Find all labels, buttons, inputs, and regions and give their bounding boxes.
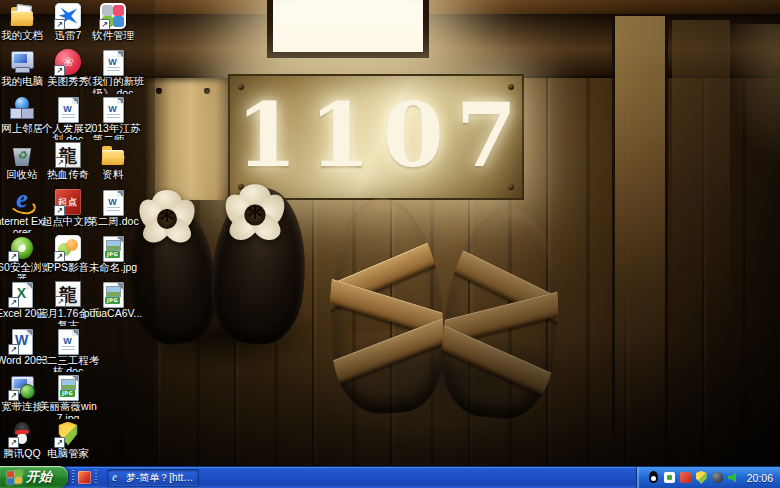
xp-desktop-screen: 1107 我的文档我的电脑网上邻居回收站Internet Explorer360… — [0, 0, 780, 488]
shortcut-arrow-icon — [54, 65, 65, 76]
taskbar: 开始 梦-简单？[http:... 20:06 — [0, 466, 780, 488]
task-button-browser-window[interactable]: 梦-简单？[http:... — [107, 469, 199, 487]
icon-column-3: 软件管理《我们的新班级》.doc2013年江苏第二师...资料第二周.doc未命… — [81, 1, 145, 326]
system-tray: 20:06 — [636, 467, 780, 488]
shortcut-arrow-icon — [54, 437, 65, 448]
my-documents-icon — [9, 3, 35, 29]
internet-explorer-icon — [9, 189, 35, 215]
desktop-icon-label: 第二周.doc — [87, 216, 138, 228]
shortcut-arrow-icon — [8, 297, 19, 308]
shortcut-arrow-icon — [55, 157, 66, 168]
shortcut-arrow-icon — [54, 205, 65, 216]
task-button-label: 梦-简单？[http:... — [126, 471, 194, 485]
software-manager-icon — [100, 3, 126, 29]
pps-player-icon — [55, 235, 81, 261]
word-doc-icon — [100, 49, 126, 75]
start-button[interactable]: 开始 — [0, 466, 68, 488]
my-computer-icon — [9, 49, 35, 75]
shortcut-arrow-icon — [8, 437, 19, 448]
desktop-icon-label: 资料 — [103, 169, 124, 181]
shortcut-arrow-icon — [8, 251, 19, 262]
quick-launch-area — [78, 471, 91, 484]
shortcut-arrow-icon — [8, 344, 19, 355]
legend-of-mir-icon — [55, 281, 81, 307]
desktop-icon[interactable]: 软件管理 — [81, 1, 145, 47]
word-icon — [9, 328, 35, 354]
jpg-file-icon — [100, 235, 126, 261]
taskbar-separator — [95, 470, 97, 485]
tencent-qq-icon — [9, 421, 35, 447]
desktop-icon-label: 2013年江苏第二师... — [81, 123, 145, 140]
qq-tray-icon[interactable] — [647, 471, 660, 484]
pc-manager-icon — [55, 421, 81, 447]
desktop-icon[interactable]: 一二三工程考核.doc — [36, 326, 100, 372]
desktop-icon[interactable]: 资料 — [81, 140, 145, 186]
desktop-icon-label: 美丽蔷薇win7.jpg — [36, 401, 100, 418]
taskbar-separator — [72, 470, 74, 485]
internet-explorer-icon — [112, 471, 123, 484]
red-app-tray-icon[interactable] — [679, 471, 692, 484]
legend-of-mir-icon — [55, 142, 81, 168]
desktop-icon-label: 软件管理 — [92, 30, 134, 42]
desktop-icon[interactable]: 未命名.jpg — [81, 233, 145, 279]
word-doc-icon — [55, 328, 81, 354]
desktop-icon-label: 迅雷7 — [55, 30, 82, 42]
desktop-icon-label: 回收站 — [6, 169, 38, 181]
shortcut-arrow-icon — [54, 19, 65, 30]
thunder-7-icon — [55, 3, 81, 29]
round-app-tray-icon[interactable] — [711, 471, 724, 484]
jpg-file-icon — [100, 281, 126, 307]
shortcut-arrow-icon — [55, 296, 66, 307]
white-flower-decoration — [136, 190, 198, 248]
volume-tray-icon[interactable] — [727, 471, 740, 484]
desktop-icon[interactable]: 2013年江苏第二师... — [81, 94, 145, 140]
folder-icon — [100, 142, 126, 168]
white-flower-decoration — [222, 184, 288, 245]
tray-icons — [647, 471, 740, 484]
meitu-icon — [55, 49, 81, 75]
desktop-icon-label: 《我们的新班级》.doc — [81, 76, 145, 93]
recycle-bin-icon — [9, 142, 35, 168]
qidian-icon — [55, 189, 81, 215]
desktop-icon[interactable]: 电脑管家 — [36, 419, 100, 465]
taskbar-clock[interactable]: 20:06 — [747, 467, 773, 488]
shield-tray-icon[interactable] — [695, 471, 708, 484]
desktop-icon[interactable]: 《我们的新班级》.doc — [81, 47, 145, 93]
desktop-icon-label: 一二三工程考核.doc — [36, 355, 100, 372]
start-label: 开始 — [26, 466, 52, 488]
excel-icon — [9, 281, 35, 307]
green-app-tray-icon[interactable] — [663, 471, 676, 484]
word-doc-icon — [100, 96, 126, 122]
desktop-wallpaper: 1107 我的文档我的电脑网上邻居回收站Internet Explorer360… — [0, 0, 780, 466]
network-places-icon — [9, 96, 35, 122]
desktop-icon[interactable]: 美丽蔷薇win7.jpg — [36, 372, 100, 418]
browser-360-icon — [9, 235, 35, 261]
word-doc-icon — [55, 96, 81, 122]
quick-launch-app-icon[interactable] — [78, 471, 91, 484]
desktop-icon[interactable]: 第二周.doc — [81, 187, 145, 233]
desktop-icon-label: 电脑管家 — [47, 448, 89, 460]
desktop-icon-label: puuaCA6V... — [84, 308, 143, 320]
shortcut-arrow-icon — [99, 19, 110, 30]
jpg-file-icon — [55, 374, 81, 400]
windows-logo-icon — [7, 470, 22, 485]
word-doc-icon — [100, 189, 126, 215]
shortcut-arrow-icon — [54, 251, 65, 262]
broadband-connection-icon — [9, 374, 35, 400]
desktop-icon[interactable]: puuaCA6V... — [81, 279, 145, 325]
desktop-icon-label: 未命名.jpg — [89, 262, 137, 274]
shortcut-arrow-icon — [8, 390, 19, 401]
